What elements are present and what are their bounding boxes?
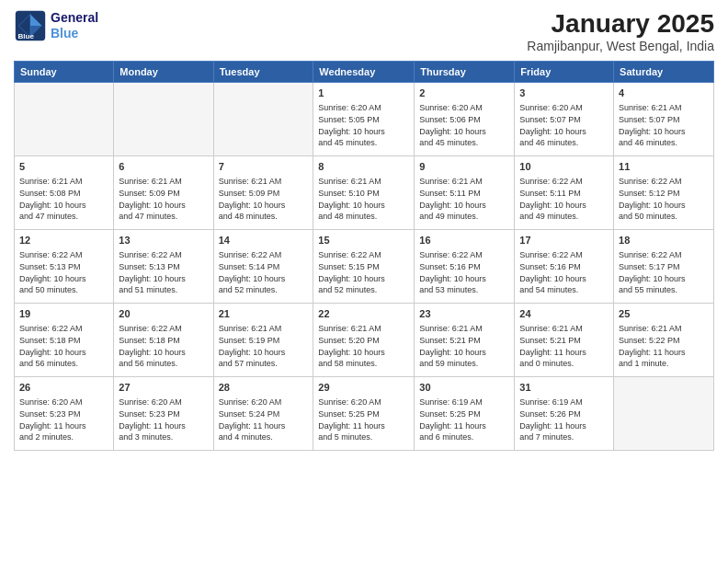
day-number: 7 <box>219 160 309 174</box>
day-info: Sunrise: 6:20 AM Sunset: 5:24 PM Dayligh… <box>219 396 309 442</box>
day-number: 20 <box>119 307 208 321</box>
day-cell-7: 7Sunrise: 6:21 AM Sunset: 5:09 PM Daylig… <box>213 156 313 230</box>
day-cell-13: 13Sunrise: 6:22 AM Sunset: 5:13 PM Dayli… <box>114 230 213 304</box>
logo: Blue General Blue <box>14 9 98 42</box>
empty-cell <box>15 83 114 156</box>
day-info: Sunrise: 6:20 AM Sunset: 5:25 PM Dayligh… <box>318 396 409 442</box>
day-cell-27: 27Sunrise: 6:20 AM Sunset: 5:23 PM Dayli… <box>114 377 213 451</box>
day-info: Sunrise: 6:22 AM Sunset: 5:16 PM Dayligh… <box>519 249 609 295</box>
day-number: 18 <box>619 234 709 247</box>
day-number: 28 <box>219 381 309 395</box>
day-cell-20: 20Sunrise: 6:22 AM Sunset: 5:18 PM Dayli… <box>114 304 213 377</box>
day-info: Sunrise: 6:22 AM Sunset: 5:13 PM Dayligh… <box>119 249 208 295</box>
calendar-table: SundayMondayTuesdayWednesdayThursdayFrid… <box>14 61 714 451</box>
day-cell-24: 24Sunrise: 6:21 AM Sunset: 5:21 PM Dayli… <box>515 304 614 377</box>
day-cell-5: 5Sunrise: 6:21 AM Sunset: 5:08 PM Daylig… <box>15 156 114 230</box>
day-info: Sunrise: 6:22 AM Sunset: 5:18 PM Dayligh… <box>119 323 208 369</box>
week-row-5: 26Sunrise: 6:20 AM Sunset: 5:23 PM Dayli… <box>15 377 714 451</box>
day-cell-18: 18Sunrise: 6:22 AM Sunset: 5:17 PM Dayli… <box>614 230 714 304</box>
day-number: 11 <box>619 160 709 174</box>
day-info: Sunrise: 6:20 AM Sunset: 5:23 PM Dayligh… <box>119 396 208 442</box>
day-cell-10: 10Sunrise: 6:22 AM Sunset: 5:11 PM Dayli… <box>515 156 614 230</box>
day-number: 16 <box>419 234 509 247</box>
day-number: 6 <box>119 160 208 174</box>
day-cell-31: 31Sunrise: 6:19 AM Sunset: 5:26 PM Dayli… <box>515 377 614 451</box>
logo-icon: Blue <box>14 9 47 42</box>
day-cell-30: 30Sunrise: 6:19 AM Sunset: 5:25 PM Dayli… <box>415 377 515 451</box>
logo-line2: Blue <box>51 26 98 41</box>
weekday-header-monday: Monday <box>114 62 213 83</box>
day-info: Sunrise: 6:21 AM Sunset: 5:10 PM Dayligh… <box>318 176 409 222</box>
logo-line1: General <box>51 10 98 26</box>
day-number: 31 <box>519 381 609 395</box>
day-number: 22 <box>318 307 409 321</box>
day-number: 13 <box>119 234 208 247</box>
day-number: 12 <box>19 234 108 247</box>
day-cell-29: 29Sunrise: 6:20 AM Sunset: 5:25 PM Dayli… <box>313 377 415 451</box>
day-cell-4: 4Sunrise: 6:21 AM Sunset: 5:07 PM Daylig… <box>614 83 714 156</box>
day-info: Sunrise: 6:22 AM Sunset: 5:17 PM Dayligh… <box>619 249 709 295</box>
day-cell-21: 21Sunrise: 6:21 AM Sunset: 5:19 PM Dayli… <box>213 304 313 377</box>
weekday-header-saturday: Saturday <box>614 62 714 83</box>
day-info: Sunrise: 6:22 AM Sunset: 5:11 PM Dayligh… <box>519 176 609 222</box>
day-info: Sunrise: 6:22 AM Sunset: 5:13 PM Dayligh… <box>19 249 108 295</box>
day-info: Sunrise: 6:22 AM Sunset: 5:18 PM Dayligh… <box>19 323 108 369</box>
empty-cell <box>114 83 213 156</box>
day-number: 29 <box>318 381 409 395</box>
title-section: January 2025 Ramjibanpur, West Bengal, I… <box>527 9 714 53</box>
day-number: 5 <box>19 160 108 174</box>
day-info: Sunrise: 6:21 AM Sunset: 5:07 PM Dayligh… <box>619 102 709 148</box>
day-cell-26: 26Sunrise: 6:20 AM Sunset: 5:23 PM Dayli… <box>15 377 114 451</box>
day-cell-14: 14Sunrise: 6:22 AM Sunset: 5:14 PM Dayli… <box>213 230 313 304</box>
day-info: Sunrise: 6:22 AM Sunset: 5:12 PM Dayligh… <box>619 176 709 222</box>
day-number: 17 <box>519 234 609 247</box>
day-number: 4 <box>619 86 709 100</box>
weekday-header-wednesday: Wednesday <box>313 62 415 83</box>
day-number: 19 <box>19 307 108 321</box>
day-info: Sunrise: 6:21 AM Sunset: 5:09 PM Dayligh… <box>219 176 309 222</box>
logo-text: General Blue <box>51 10 98 41</box>
day-info: Sunrise: 6:19 AM Sunset: 5:26 PM Dayligh… <box>519 396 609 442</box>
day-info: Sunrise: 6:20 AM Sunset: 5:05 PM Dayligh… <box>318 102 409 148</box>
day-cell-8: 8Sunrise: 6:21 AM Sunset: 5:10 PM Daylig… <box>313 156 415 230</box>
day-number: 24 <box>519 307 609 321</box>
day-number: 1 <box>318 86 409 100</box>
week-row-2: 5Sunrise: 6:21 AM Sunset: 5:08 PM Daylig… <box>15 156 714 230</box>
day-number: 14 <box>219 234 309 247</box>
day-cell-1: 1Sunrise: 6:20 AM Sunset: 5:05 PM Daylig… <box>313 83 415 156</box>
day-number: 25 <box>619 307 709 321</box>
day-cell-19: 19Sunrise: 6:22 AM Sunset: 5:18 PM Dayli… <box>15 304 114 377</box>
day-cell-11: 11Sunrise: 6:22 AM Sunset: 5:12 PM Dayli… <box>614 156 714 230</box>
svg-text:Blue: Blue <box>18 32 35 40</box>
day-info: Sunrise: 6:21 AM Sunset: 5:21 PM Dayligh… <box>419 323 509 369</box>
day-info: Sunrise: 6:19 AM Sunset: 5:25 PM Dayligh… <box>419 396 509 442</box>
day-info: Sunrise: 6:21 AM Sunset: 5:20 PM Dayligh… <box>318 323 409 369</box>
month-title: January 2025 <box>527 9 714 39</box>
day-cell-16: 16Sunrise: 6:22 AM Sunset: 5:16 PM Dayli… <box>415 230 515 304</box>
day-number: 30 <box>419 381 509 395</box>
day-number: 8 <box>318 160 409 174</box>
empty-cell <box>213 83 313 156</box>
day-info: Sunrise: 6:21 AM Sunset: 5:09 PM Dayligh… <box>119 176 208 222</box>
weekday-header-row: SundayMondayTuesdayWednesdayThursdayFrid… <box>15 62 714 83</box>
day-info: Sunrise: 6:21 AM Sunset: 5:08 PM Dayligh… <box>19 176 108 222</box>
day-cell-17: 17Sunrise: 6:22 AM Sunset: 5:16 PM Dayli… <box>515 230 614 304</box>
week-row-4: 19Sunrise: 6:22 AM Sunset: 5:18 PM Dayli… <box>15 304 714 377</box>
day-number: 9 <box>419 160 509 174</box>
day-info: Sunrise: 6:20 AM Sunset: 5:07 PM Dayligh… <box>519 102 609 148</box>
day-cell-22: 22Sunrise: 6:21 AM Sunset: 5:20 PM Dayli… <box>313 304 415 377</box>
day-number: 21 <box>219 307 309 321</box>
day-number: 23 <box>419 307 509 321</box>
day-number: 3 <box>519 86 609 100</box>
weekday-header-tuesday: Tuesday <box>213 62 313 83</box>
day-info: Sunrise: 6:22 AM Sunset: 5:15 PM Dayligh… <box>318 249 409 295</box>
day-number: 26 <box>19 381 108 395</box>
weekday-header-thursday: Thursday <box>415 62 515 83</box>
day-number: 2 <box>419 86 509 100</box>
day-cell-12: 12Sunrise: 6:22 AM Sunset: 5:13 PM Dayli… <box>15 230 114 304</box>
weekday-header-sunday: Sunday <box>15 62 114 83</box>
page: Blue General Blue January 2025 Ramjibanp… <box>0 0 728 563</box>
day-info: Sunrise: 6:21 AM Sunset: 5:21 PM Dayligh… <box>519 323 609 369</box>
day-cell-15: 15Sunrise: 6:22 AM Sunset: 5:15 PM Dayli… <box>313 230 415 304</box>
location: Ramjibanpur, West Bengal, India <box>527 39 714 53</box>
